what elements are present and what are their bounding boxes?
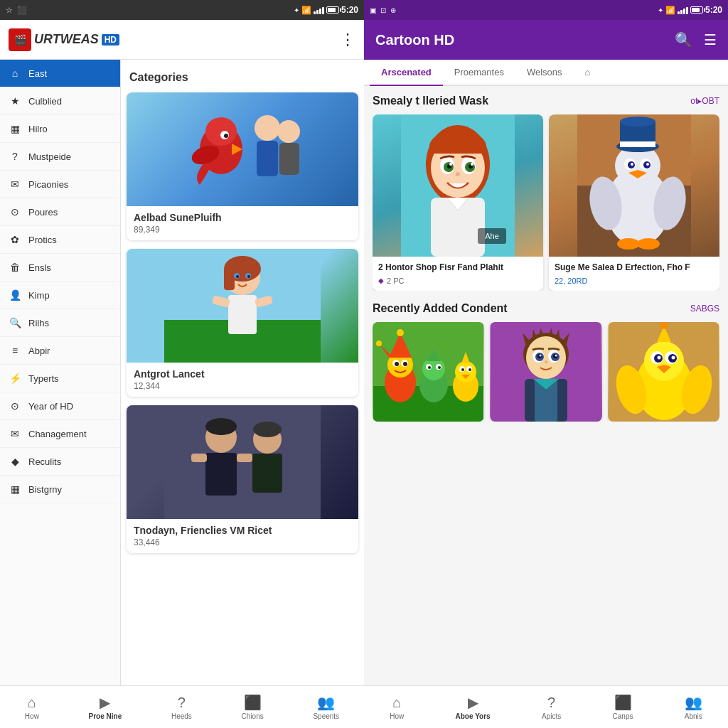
sidebar-item-abpir[interactable]: ≡ Abpir xyxy=(0,337,120,365)
sidebar-label-east: East xyxy=(28,68,47,79)
recent-card-1[interactable] xyxy=(373,322,484,422)
category-count-2: 12,344 xyxy=(134,381,351,391)
category-name-2: Antgrot Lancet xyxy=(134,368,351,380)
right-nav-how-icon: ⌂ xyxy=(392,695,401,711)
svg-point-63 xyxy=(637,238,660,250)
right-nav-apicts[interactable]: ? Apicts xyxy=(536,692,567,723)
right-nav-apicts-icon: ? xyxy=(547,695,555,711)
right-nav-how[interactable]: ⌂ How xyxy=(384,692,410,723)
recent-cartoon2-svg xyxy=(491,322,601,422)
sidebar-item-typerts[interactable]: ⚡ Typerts xyxy=(0,365,120,392)
categories-title: Categories xyxy=(127,65,358,92)
left-content: ⌂ East ★ Culblied ▦ Hilro ? Mustpeide ✉ … xyxy=(0,60,364,685)
category-card-2[interactable]: Antgrot Lancet 12,344 xyxy=(127,249,358,397)
sidebar-item-kimp[interactable]: 👤 Kimp xyxy=(0,282,120,309)
svg-rect-14 xyxy=(224,269,235,290)
sidebar-item-culblied[interactable]: ★ Culblied xyxy=(0,87,120,115)
sidebar-item-protics[interactable]: ✿ Protics xyxy=(0,226,120,254)
logo-icon: 🎬 xyxy=(9,28,31,51)
girl-cartoon-svg: Ahe xyxy=(401,114,515,257)
svg-rect-26 xyxy=(191,454,207,462)
sidebar-item-bistgrny[interactable]: ▦ Bistgrny xyxy=(0,476,120,503)
sidebar-item-mustpeide[interactable]: ? Mustpeide xyxy=(0,143,120,171)
svg-point-69 xyxy=(376,341,382,346)
left-status-bar: ☆ ⬛ ✦ 📶 5:20 xyxy=(0,0,364,20)
category-info-3: Tnodayn, Frienclies VM Ricet 33,446 xyxy=(127,519,358,553)
right-header-icons: 🔍 ☰ xyxy=(675,31,717,48)
question-icon: ? xyxy=(9,150,21,163)
sidebar-item-hilro[interactable]: ▦ Hilro xyxy=(0,115,120,143)
svg-point-97 xyxy=(555,354,557,356)
sidebar-item-year-of-hd[interactable]: ⊙ Year of HD xyxy=(0,392,120,420)
svg-text:Ahe: Ahe xyxy=(485,232,499,240)
right-nav-aboe-yors[interactable]: ▶ Aboe Yors xyxy=(450,691,496,723)
sidebar-item-east[interactable]: ⌂ East xyxy=(0,60,120,87)
recent-card-3[interactable] xyxy=(608,322,719,422)
tab-proemantes[interactable]: Proemantes xyxy=(443,60,515,85)
left-nav-proe-icon: ▶ xyxy=(100,694,110,711)
right-search-button[interactable]: 🔍 xyxy=(675,31,692,48)
right-status-icons-left: ▣ ⊡ ⊕ xyxy=(370,6,396,14)
featured-section-link[interactable]: ot▸OBT xyxy=(690,96,719,106)
left-nav-speents[interactable]: 👥 Speents xyxy=(307,691,345,723)
sidebar-item-poures[interactable]: ⊙ Poures xyxy=(0,198,120,226)
recent-thumb-1 xyxy=(373,322,484,422)
svg-rect-9 xyxy=(279,143,299,175)
left-nav-chions[interactable]: ⬛ Chions xyxy=(236,691,269,723)
left-logo: 🎬 URTWEAS HD xyxy=(9,28,119,51)
user-icon: 👤 xyxy=(9,289,21,301)
lightning-icon: ⚡ xyxy=(9,372,21,385)
tab-more-icon: ⌂ xyxy=(585,67,591,77)
recent-section-header: Recently Added Condent SABGS xyxy=(373,302,719,315)
diamond-icon-1: ◆ xyxy=(378,277,384,284)
svg-point-8 xyxy=(277,120,300,143)
svg-point-1 xyxy=(205,117,237,146)
sidebar-label-culblied: Culblied xyxy=(28,96,62,107)
sidebar-label-rilhs: Rilhs xyxy=(28,318,49,328)
duck-cartoon-svg xyxy=(577,114,691,257)
sidebar-label-protics: Protics xyxy=(28,235,57,245)
right-cast-icon: ⊡ xyxy=(380,6,386,14)
left-nav-heeds[interactable]: ? Heeds xyxy=(166,692,198,723)
left-menu-button[interactable]: ⋮ xyxy=(340,31,355,49)
left-nav-chions-label: Chions xyxy=(242,712,264,720)
right-nav-canps[interactable]: ⬛ Canps xyxy=(607,691,639,723)
svg-point-103 xyxy=(644,341,684,381)
tab-welsons[interactable]: Welsons xyxy=(515,60,574,85)
sidebar-item-picaonies[interactable]: ✉ Picaonies xyxy=(0,171,120,198)
sidebar-label-poures: Poures xyxy=(28,207,58,218)
recent-card-2[interactable] xyxy=(490,322,601,422)
right-nav-canps-label: Canps xyxy=(613,712,633,720)
grid-icon: ▦ xyxy=(9,122,21,135)
content-card-girl[interactable]: Ahe 2 Hontor Shop Fisr Fand Plahit ◆ 2 P… xyxy=(373,114,543,291)
sidebar-item-ensls[interactable]: 🗑 Ensls xyxy=(0,254,120,282)
trash-icon: 🗑 xyxy=(9,261,21,274)
left-nav-how[interactable]: ⌂ How xyxy=(19,692,45,723)
right-nav-abnis[interactable]: 👥 Abnis xyxy=(679,691,708,723)
category-info-1: Aelbad SunePluifh 89,349 xyxy=(127,206,358,240)
content-title-girl: 2 Hontor Shop Fisr Fand Plahit xyxy=(378,262,537,274)
svg-point-84 xyxy=(461,368,464,371)
sidebar-item-chanagement[interactable]: ✉ Chanagement xyxy=(0,420,120,448)
left-nav-proe-nine[interactable]: ▶ Proe Nine xyxy=(83,691,128,723)
category-card-3[interactable]: Tnodayn, Frienclies VM Ricet 33,446 xyxy=(127,405,358,553)
signal-bars xyxy=(314,6,324,14)
sidebar-label-ensls: Ensls xyxy=(28,262,51,273)
tab-arscenated[interactable]: Arscenated xyxy=(370,60,443,85)
categories-panel: Categories xyxy=(121,60,364,685)
right-bluetooth-icon: ✦ xyxy=(658,6,663,14)
right-nav-abnis-icon: 👥 xyxy=(685,694,702,711)
category-name-3: Tnodayn, Frienclies VM Ricet xyxy=(134,525,351,536)
category-card-1[interactable]: Aelbad SunePluifh 89,349 xyxy=(127,92,358,240)
sidebar-item-rilhs[interactable]: 🔍 Rilhs xyxy=(0,309,120,337)
svg-point-62 xyxy=(617,238,640,250)
featured-cards-row: Ahe 2 Hontor Shop Fisr Fand Plahit ◆ 2 P… xyxy=(373,114,719,291)
recent-section-link[interactable]: SABGS xyxy=(690,304,719,314)
svg-point-21 xyxy=(247,275,250,278)
content-thumb-girl: Ahe xyxy=(373,114,543,257)
tab-more[interactable]: ⌂ xyxy=(574,60,602,85)
content-card-duck[interactable]: Suge Me Salea D Erfection, Fho F 22, 20R… xyxy=(549,114,719,291)
sidebar-item-reculits[interactable]: ◆ Reculits xyxy=(0,448,120,476)
right-content: Smealy t Ileried Wask ot▸OBT xyxy=(364,86,728,685)
right-menu-button[interactable]: ☰ xyxy=(704,31,717,48)
